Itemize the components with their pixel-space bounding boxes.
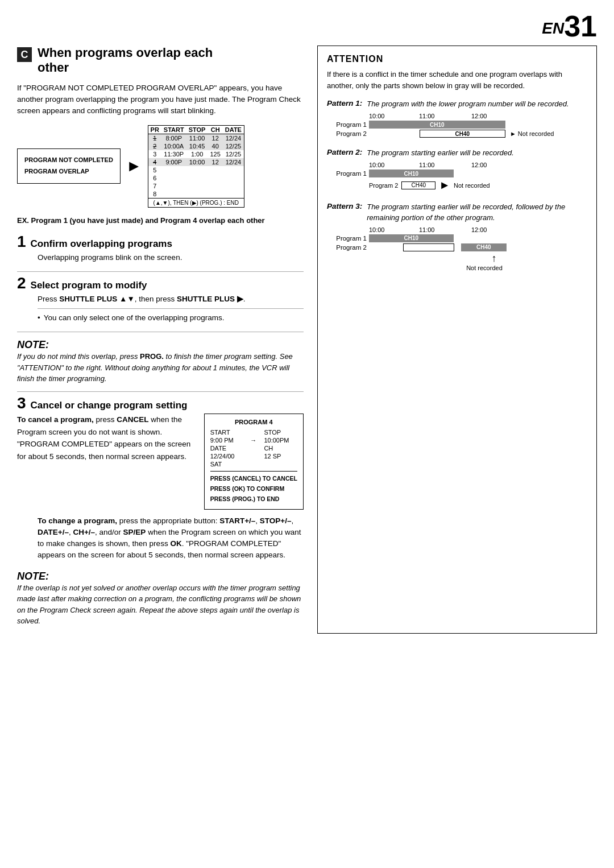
change-text: To change a program, press the appropria…: [38, 515, 304, 561]
pattern1-label: Pattern 1:: [327, 99, 362, 108]
pattern1-prog2-row: Program 2 CH40 ► Not recorded: [333, 130, 587, 138]
pattern2-label: Pattern 2:: [327, 148, 362, 156]
pattern3-header: Pattern 3: The program starting earlier …: [327, 202, 587, 222]
step1-header: 1 Confirm overlapping programs: [17, 234, 304, 250]
pattern1-prog2-bar: CH40: [420, 130, 505, 138]
step2: 2 Select program to modify Press SHUTTLE…: [17, 275, 304, 324]
pattern2-prog2-bar: CH40: [401, 181, 435, 189]
pattern1-prog1-bar: CH10: [369, 121, 505, 129]
pattern2-header: Pattern 2: The program starting earlier …: [327, 148, 587, 158]
pattern3: Pattern 3: The program starting earlier …: [327, 202, 587, 271]
main-layout: C When programs overlap each other If "P…: [17, 46, 597, 634]
start-val: 9:00 PM: [210, 437, 243, 444]
pattern2-prog2-row: Program 2 CH40 ► Not recorded: [333, 179, 587, 192]
ex-text: EX. Program 1 (you have just made) and P…: [17, 216, 304, 226]
pattern2-prog1-bar: CH10: [369, 170, 454, 177]
note1-text: If you do not mind this overlap, press P…: [17, 351, 304, 385]
program4-title: PROGRAM 4: [210, 419, 297, 425]
pattern3-not-recorded: Not recorded: [381, 264, 587, 271]
left-column: C When programs overlap each other If "P…: [17, 46, 304, 634]
note2-box: NOTE: If the overlap is not yet solved o…: [17, 569, 304, 628]
section-title-block: C When programs overlap each other: [17, 46, 304, 76]
step2-body: Press SHUTTLE PLUS ▲▼, then press SHUTTL…: [38, 294, 304, 305]
pattern3-prog2-bar2: CH40: [461, 243, 507, 251]
page-header: EN31: [17, 11, 597, 41]
program4-grid: START STOP 9:00 PM → 10:00PM DATE CH 12/…: [210, 429, 297, 468]
step2-title: Select program to modify: [31, 280, 147, 291]
ch-label: CH: [264, 445, 297, 452]
program4-bottom: PRESS (CANCEL) TO CANCEL PRESS (OK) TO C…: [210, 471, 297, 505]
step1: 1 Confirm overlapping programs Overlappi…: [17, 234, 304, 263]
step3-header: 3 Cancel or change program setting: [17, 395, 304, 411]
screen-line2: PROGRAM OVERLAP: [24, 166, 113, 177]
pattern3-prog2-bar: [403, 243, 454, 251]
pattern1-desc: The program with the lower program numbe…: [367, 99, 569, 109]
step2-number: 2: [17, 275, 26, 291]
step1-title: Confirm overlapping programs: [31, 238, 172, 250]
table-footer: (▲,▼), THEN (▶) (PROG.) : END: [148, 198, 244, 207]
cancel-text: To cancel a program, press CANCEL when t…: [17, 414, 195, 510]
pattern1-prog2-label: Program 2: [333, 130, 367, 137]
screen-demo: PROGRAM NOT COMPLETED PROGRAM OVERLAP ► …: [17, 125, 304, 208]
page-number: 31: [564, 10, 597, 43]
step1-text: Overlapping programs blink on the screen…: [38, 252, 304, 263]
pattern3-label: Pattern 3:: [327, 202, 362, 210]
right-column: ATTENTION If there is a conflict in the …: [317, 46, 597, 634]
step3-number: 3: [17, 395, 26, 411]
step3: 3 Cancel or change program setting To ca…: [17, 395, 304, 561]
step2-header: 2 Select program to modify: [17, 275, 304, 291]
sat-val: SAT: [210, 461, 243, 468]
pattern1-not-recorded: ► Not recorded: [510, 130, 554, 137]
arrow-icon: ►: [126, 157, 142, 175]
c-badge: C: [17, 47, 32, 62]
pattern1-header: Pattern 1: The program with the lower pr…: [327, 99, 587, 109]
en-label: EN: [542, 19, 564, 37]
pattern2-timeline: 10:00 11:00 12:00 Program 1 CH10 Program…: [333, 162, 587, 192]
pattern3-timeline: 10:00 11:00 12:00 Program 1 CH10 Program…: [333, 226, 587, 271]
note1-box: NOTE: If you do not mind this overlap, p…: [17, 338, 304, 386]
note2-text: If the overlap is not yet solved or anot…: [17, 582, 304, 627]
step3-title: Cancel or change program setting: [31, 400, 188, 411]
screen-left-box: PROGRAM NOT COMPLETED PROGRAM OVERLAP: [17, 148, 121, 184]
stop-label: STOP: [264, 429, 297, 436]
pattern1-timeline: 10:00 11:00 12:00 Program 1 CH10 Program…: [333, 113, 587, 138]
attention-title: ATTENTION: [327, 54, 587, 64]
pattern1-prog1-row: Program 1 CH10: [333, 121, 587, 129]
pattern3-prog1-bar: CH10: [369, 234, 454, 242]
stop-val: 10:00PM: [264, 437, 297, 444]
pattern2-not-recorded: Not recorded: [454, 182, 490, 189]
screen-line1: PROGRAM NOT COMPLETED: [24, 155, 113, 166]
program-table-box: PR START STOP CH DATE 18:00P11:001212/24…: [148, 125, 244, 208]
note2-title: NOTE:: [17, 571, 304, 582]
step2-text1: Press SHUTTLE PLUS ▲▼, then press SHUTTL…: [38, 294, 304, 305]
date-val: 12/24/00: [210, 453, 243, 460]
pattern3-prog1-row: Program 1 CH10: [333, 234, 587, 242]
step1-body: Overlapping programs blink on the screen…: [38, 252, 304, 263]
pattern3-prog2-row: Program 2 CH40: [333, 243, 587, 251]
arrow: →: [246, 437, 260, 444]
pattern2-prog1-row: Program 1 CH10: [333, 170, 587, 177]
date-label: DATE: [210, 445, 243, 452]
step2-bullet: You can only select one of the overlappi…: [38, 312, 304, 324]
pattern3-desc: The program starting earlier will be rec…: [367, 202, 587, 222]
attention-text: If there is a conflict in the timer sche…: [327, 69, 587, 91]
arrow-up-icon: ↑: [401, 253, 587, 264]
pattern1: Pattern 1: The program with the lower pr…: [327, 99, 587, 138]
pattern2-desc: The program starting earlier will be rec…: [367, 148, 514, 158]
step1-number: 1: [17, 234, 26, 250]
program4-box: PROGRAM 4 START STOP 9:00 PM → 10:00PM D…: [204, 414, 304, 510]
ch-val: 12 SP: [264, 453, 297, 460]
pattern2: Pattern 2: The program starting earlier …: [327, 148, 587, 192]
pattern1-prog1-label: Program 1: [333, 121, 367, 128]
note1-title: NOTE:: [17, 339, 304, 351]
cancel-section: To cancel a program, press CANCEL when t…: [17, 414, 304, 510]
section-heading: When programs overlap each other: [38, 46, 213, 76]
intro-text: If "PROGRAM NOT COMPLETED PROGRAM OVERLA…: [17, 82, 304, 117]
start-label: START: [210, 429, 243, 436]
